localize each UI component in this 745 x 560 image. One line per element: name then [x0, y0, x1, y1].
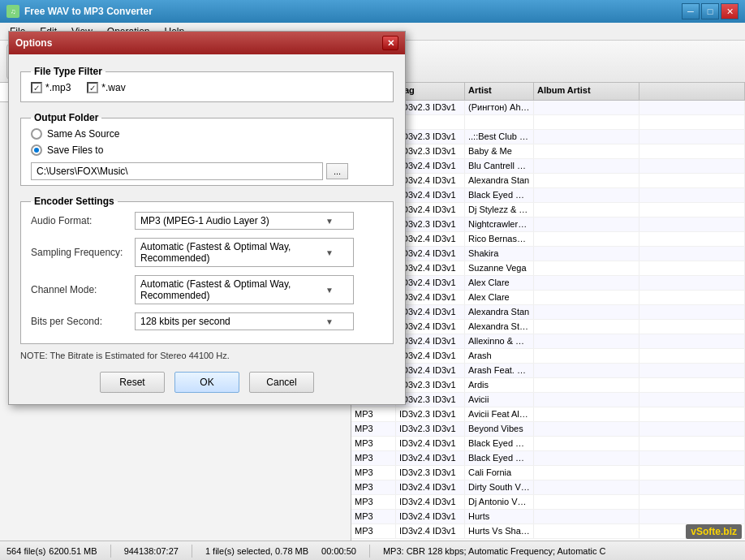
track-cell-album-artist: [534, 115, 639, 129]
audio-format-value: MP3 (MPEG-1 Audio Layer 3): [140, 215, 269, 226]
col-artist: Artist: [465, 83, 534, 100]
close-button[interactable]: ✕: [721, 3, 739, 19]
maximize-button[interactable]: □: [701, 3, 719, 19]
track-cell-extra: [639, 393, 745, 407]
track-cell-artist: Arash Feat. Shaggy: [465, 364, 534, 377]
track-cell-artist: Black Eyed Peas: [465, 451, 534, 465]
save-files-to-radio[interactable]: Save Files to: [31, 144, 383, 156]
channel-mode-arrow: ▼: [325, 286, 334, 295]
output-path-input[interactable]: [31, 162, 323, 180]
track-cell-album-artist: [534, 218, 639, 231]
track-cell-album-artist: [534, 159, 639, 173]
track-cell-extra: [639, 203, 745, 217]
track-cell-album-artist: [534, 320, 639, 334]
sampling-freq-label: Sampling Frequency:: [31, 247, 128, 258]
track-cell-artist: Shakira: [465, 247, 534, 261]
track-cell-artist: Allexinno & Mirabela: [465, 334, 534, 348]
track-cell-extra: [639, 349, 745, 363]
track-cell-artist: Alex Clare: [465, 276, 534, 290]
track-cell-extra: [639, 495, 745, 509]
path-input-row: ...: [31, 162, 383, 180]
col-album-artist: Album Artist: [534, 83, 639, 100]
minimize-button[interactable]: ─: [682, 3, 700, 19]
window-controls: ─ □ ✕: [682, 3, 739, 19]
output-folder-legend: Output Folder: [31, 112, 101, 123]
save-files-to-radio-outer[interactable]: [31, 144, 42, 156]
dialog-overlay: Options ✕ File Type Filter ✓ *.mp3 ✓ *.w…: [0, 23, 414, 541]
track-cell-extra: [639, 130, 745, 144]
mp3-checkbox-box[interactable]: ✓: [31, 82, 42, 93]
save-files-to-radio-inner: [34, 148, 39, 153]
sampling-freq-dropdown[interactable]: Automatic (Fastest & Optimal Way, Recomm…: [135, 238, 354, 267]
wav-checkbox-box[interactable]: ✓: [87, 82, 98, 93]
status-sep-2: [192, 545, 192, 558]
track-cell-artist: Suzanne Vega: [465, 261, 534, 275]
channel-mode-dropdown[interactable]: Automatic (Fastest & Optimal Way, Recomm…: [135, 275, 354, 304]
track-cell-album-artist: [534, 378, 639, 392]
cancel-button[interactable]: Cancel: [249, 372, 314, 393]
audio-format-arrow: ▼: [325, 217, 334, 226]
reset-button[interactable]: Reset: [100, 372, 165, 393]
ok-button[interactable]: OK: [174, 372, 239, 393]
track-cell-extra: [639, 320, 745, 334]
watermark: vSofte.biz: [686, 524, 742, 539]
audio-format-dropdown[interactable]: MP3 (MPEG-1 Audio Layer 3) ▼: [135, 212, 354, 230]
track-cell-album-artist: [534, 261, 639, 275]
track-cell-artist: Dj Antonio Vs C A...: [465, 495, 534, 509]
track-cell-album-artist: [534, 334, 639, 348]
same-as-source-radio-outer[interactable]: [31, 128, 42, 140]
track-cell-artist: Nightcrawlers Vs ...: [465, 218, 534, 231]
wav-checkbox-label: *.wav: [101, 82, 125, 93]
track-cell-extra: [639, 101, 745, 114]
sampling-freq-value: Automatic (Fastest & Optimal Way, Recomm…: [140, 241, 325, 264]
dialog-title-bar: Options ✕: [9, 32, 405, 54]
app-icon: ♫: [6, 5, 19, 18]
track-cell-extra: [639, 291, 745, 304]
output-folder-options: Same As Source Save Files to: [31, 128, 383, 156]
status-file-count-text: 564 file(s): [6, 546, 45, 556]
encoder-settings-legend: Encoder Settings: [31, 196, 118, 207]
track-cell-extra: [639, 144, 745, 158]
track-cell-artist: Black Eyed Peas: [465, 188, 534, 202]
track-cell-artist: [465, 115, 534, 129]
bits-per-sec-value: 128 kbits per second: [140, 316, 230, 327]
track-cell-extra: [639, 378, 745, 392]
track-cell-extra: [639, 305, 745, 319]
wav-checkbox[interactable]: ✓ *.wav: [87, 82, 125, 93]
track-cell-album-artist: [534, 247, 639, 261]
track-cell-extra: [639, 188, 745, 202]
track-cell-album-artist: [534, 495, 639, 509]
status-selected-duration: 00:00:50: [321, 546, 356, 556]
track-cell-extra: [639, 437, 745, 450]
col-extra: [639, 83, 745, 100]
track-cell-album-artist: [534, 144, 639, 158]
app-title: Free WAV to MP3 Converter: [24, 6, 153, 17]
dialog-close-button[interactable]: ✕: [382, 36, 398, 50]
track-cell-extra: [639, 451, 745, 465]
track-cell-album-artist: [534, 101, 639, 114]
status-sep-1: [110, 545, 111, 558]
audio-format-label: Audio Format:: [31, 215, 128, 226]
track-cell-extra: [639, 422, 745, 436]
track-cell-artist: Blu Cantrell Feat ...: [465, 159, 534, 173]
dialog-buttons: Reset OK Cancel: [20, 372, 394, 393]
track-cell-album-artist: [534, 276, 639, 290]
mp3-checkbox[interactable]: ✓ *.mp3: [31, 82, 71, 93]
same-as-source-label: Same As Source: [47, 128, 119, 140]
track-cell-artist: Hurts Vs Shar...: [465, 524, 534, 538]
track-cell-album-artist: [534, 393, 639, 407]
track-cell-album-artist: [534, 232, 639, 246]
same-as-source-radio[interactable]: Same As Source: [31, 128, 383, 140]
bits-per-sec-dropdown[interactable]: 128 kbits per second ▼: [135, 312, 354, 330]
track-cell-album-artist: [534, 524, 639, 538]
status-total-duration: 944138:07:27: [124, 546, 179, 556]
browse-button[interactable]: ...: [326, 163, 348, 179]
file-type-checkboxes: ✓ *.mp3 ✓ *.wav: [31, 82, 383, 93]
track-cell-album-artist: [534, 203, 639, 217]
sampling-freq-row: Sampling Frequency: Automatic (Fastest &…: [31, 238, 383, 267]
dialog-title-text: Options: [15, 37, 52, 49]
channel-mode-label: Channel Mode:: [31, 284, 128, 295]
track-cell-extra: [639, 466, 745, 480]
track-cell-album-artist: [534, 422, 639, 436]
track-cell-artist: Alexandra Stan: [465, 305, 534, 319]
